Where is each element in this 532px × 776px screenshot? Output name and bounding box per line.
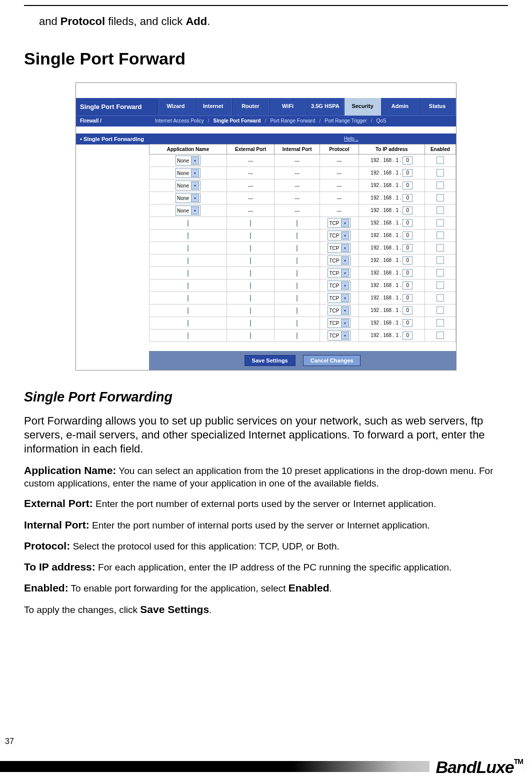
subnav-qos[interactable]: QoS (376, 118, 386, 124)
select-tcp[interactable]: TCP▾ (328, 243, 350, 253)
select-none[interactable]: None▾ (176, 180, 200, 190)
external-port-input[interactable] (250, 270, 251, 276)
tab-wifi[interactable]: WiFi (269, 98, 306, 116)
select-tcp[interactable]: TCP▾ (328, 218, 350, 228)
ip-last-octet-input[interactable]: 0 (402, 256, 412, 264)
tab-security[interactable]: Security (344, 98, 382, 116)
tab-3-5g-hspa[interactable]: 3.5G HSPA (306, 98, 344, 116)
app-name-input[interactable] (188, 295, 188, 302)
external-port-input[interactable] (250, 282, 251, 289)
internal-port-input[interactable] (296, 270, 298, 276)
tab-admin[interactable]: Admin (382, 98, 419, 116)
tab-wizard[interactable]: Wizard (157, 98, 194, 116)
select-none[interactable]: None▾ (176, 206, 200, 216)
ip-last-octet-input[interactable]: 0 (402, 282, 412, 290)
enabled-checkbox[interactable] (436, 206, 444, 214)
table-row: None▾---------192 . 168 . 1 . 0 (150, 192, 456, 204)
subnav-port-range-forward[interactable]: Port Range Forward (270, 118, 315, 124)
select-none[interactable]: None▾ (176, 193, 200, 203)
internal-port-input[interactable] (296, 245, 298, 252)
chevron-down-icon: ▾ (341, 219, 349, 227)
def-enabled: Enabled: To enable port forwarding for t… (24, 582, 508, 594)
enabled-checkbox[interactable] (436, 194, 444, 202)
ip-last-octet-input[interactable]: 0 (402, 319, 412, 327)
tab-router[interactable]: Router (232, 98, 270, 116)
internal-port-input[interactable] (296, 295, 298, 302)
enabled-checkbox[interactable] (436, 182, 444, 189)
external-port-input[interactable] (250, 320, 251, 326)
internal-port-input[interactable] (296, 232, 298, 239)
ip-last-octet-input[interactable]: 0 (402, 232, 412, 240)
enabled-checkbox[interactable] (436, 256, 444, 264)
table-row: TCP▾192 . 168 . 1 . 0 (150, 304, 456, 317)
enabled-checkbox[interactable] (436, 156, 444, 164)
tab-status[interactable]: Status (418, 98, 456, 116)
subnav-port-range-trigger[interactable]: Port Range Trigger (324, 118, 367, 124)
app-name-input[interactable] (188, 258, 188, 264)
external-port-input[interactable] (250, 332, 251, 339)
ip-last-octet-input[interactable]: 0 (402, 219, 412, 227)
app-name-input[interactable] (188, 245, 188, 252)
internal-port-input[interactable] (296, 320, 298, 326)
select-tcp[interactable]: TCP▾ (328, 280, 350, 290)
internal-port-input[interactable] (296, 308, 298, 314)
select-tcp[interactable]: TCP▾ (328, 318, 350, 328)
select-tcp[interactable]: TCP▾ (328, 230, 350, 240)
app-name-input[interactable] (188, 332, 188, 339)
intro-bold2: Add (186, 15, 207, 28)
enabled-checkbox[interactable] (436, 294, 444, 302)
enabled-checkbox[interactable] (436, 244, 444, 252)
enabled-checkbox[interactable] (436, 306, 444, 314)
app-name-input[interactable] (188, 220, 188, 226)
enabled-checkbox[interactable] (436, 332, 444, 339)
internal-port-input[interactable] (296, 220, 298, 226)
enabled-checkbox[interactable] (436, 269, 444, 276)
app-name-input[interactable] (188, 308, 188, 314)
select-none[interactable]: None▾ (176, 168, 200, 178)
app-name-input[interactable] (188, 282, 188, 289)
select-tcp[interactable]: TCP▾ (328, 268, 350, 278)
subnav-internet-access-policy[interactable]: Internet Access Policy (155, 118, 204, 124)
table-row: TCP▾192 . 168 . 1 . 0 (150, 330, 456, 342)
ip-last-octet-input[interactable]: 0 (402, 182, 412, 190)
footer: BandLuxeTM (0, 752, 532, 776)
ip-last-octet-input[interactable]: 0 (402, 244, 412, 252)
enabled-checkbox[interactable] (436, 219, 444, 226)
enabled-checkbox[interactable] (436, 232, 444, 239)
ip-last-octet-input[interactable]: 0 (402, 169, 412, 177)
ip-last-octet-input[interactable]: 0 (402, 206, 412, 214)
external-port-input[interactable] (250, 245, 251, 252)
select-tcp[interactable]: TCP▾ (328, 330, 350, 340)
app-name-input[interactable] (188, 232, 188, 239)
select-tcp[interactable]: TCP▾ (328, 293, 350, 303)
subnav-single-port-forward[interactable]: Single Port Forward (214, 118, 261, 124)
save-settings-button[interactable]: Save Settings (244, 355, 296, 366)
external-port-input[interactable] (250, 220, 251, 226)
external-port-input[interactable] (250, 308, 251, 314)
enabled-checkbox[interactable] (436, 169, 444, 176)
select-tcp[interactable]: TCP▾ (328, 256, 350, 266)
external-port-input[interactable] (250, 232, 251, 239)
select-tcp[interactable]: TCP▾ (328, 306, 350, 316)
select-none[interactable]: None▾ (176, 156, 200, 166)
ip-cell: 192 . 168 . 1 . 0 (370, 295, 412, 300)
internal-port-input[interactable] (296, 282, 298, 289)
app-name-input[interactable] (188, 320, 188, 326)
enabled-checkbox[interactable] (436, 319, 444, 326)
ip-last-octet-input[interactable]: 0 (402, 294, 412, 302)
ip-last-octet-input[interactable]: 0 (402, 306, 412, 314)
internal-port-input[interactable] (296, 332, 298, 339)
ip-last-octet-input[interactable]: 0 (402, 332, 412, 340)
app-name-input[interactable] (188, 270, 188, 276)
ip-last-octet-input[interactable]: 0 (402, 269, 412, 277)
external-port-input[interactable] (250, 295, 251, 302)
ip-last-octet-input[interactable]: 0 (402, 194, 412, 202)
tab-internet[interactable]: Internet (194, 98, 232, 116)
enabled-checkbox[interactable] (436, 282, 444, 289)
help-link[interactable]: Help... (344, 136, 358, 142)
rest: Enter the port number of internal ports … (90, 520, 430, 530)
internal-port-input[interactable] (296, 258, 298, 264)
cancel-changes-button[interactable]: Cancel Changes (303, 355, 361, 366)
ip-last-octet-input[interactable]: 0 (402, 156, 412, 164)
external-port-input[interactable] (250, 258, 251, 264)
